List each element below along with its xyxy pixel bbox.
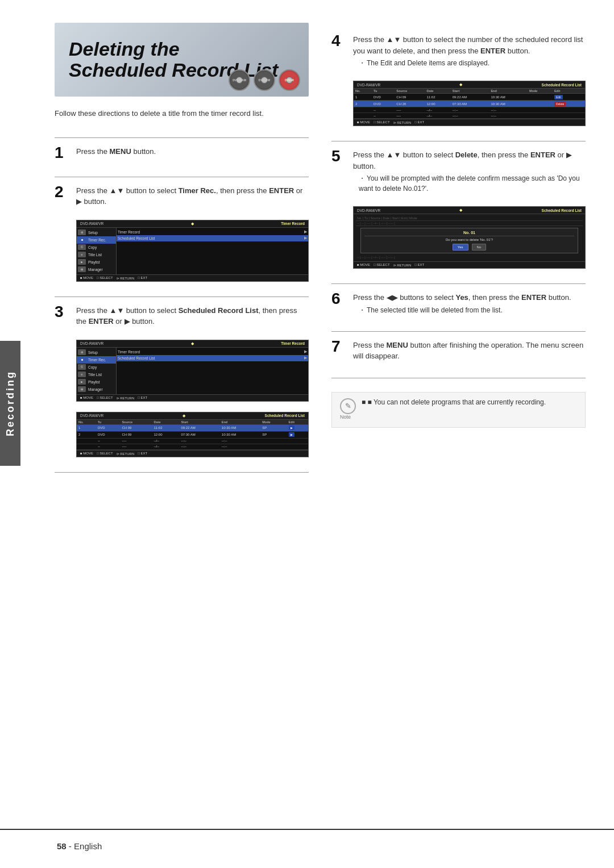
menu-row-timer-rec: ⏺ Timer Rec. bbox=[77, 236, 116, 244]
step-3-num: 3 bbox=[55, 304, 70, 320]
dialog-no-btn[interactable]: No bbox=[472, 244, 487, 251]
screen-body-3: ⚙ Setup ⏺ Timer Rec. © Copy ≡ bbox=[77, 348, 308, 394]
step-1-num: 1 bbox=[55, 145, 70, 161]
side-tab-label: Recording bbox=[5, 370, 16, 436]
copy-icon: © bbox=[78, 244, 86, 250]
screen-body-2: ⚙ Setup ⏺ Timer Rec. © Copy ≡ bbox=[77, 228, 308, 274]
step-5-bullet: You will be prompted with the delete con… bbox=[353, 173, 586, 194]
left-column: Deleting the Scheduled Record List DVD-R… bbox=[55, 23, 309, 795]
note-block: ✎ Note ■ ■ You can not delete programs t… bbox=[331, 392, 586, 428]
manager-icon: ⊞ bbox=[78, 266, 86, 272]
page-footer: 58 - English bbox=[0, 829, 614, 868]
playlist-icon: ► bbox=[78, 259, 86, 265]
srl-4-row-2: 2 DVD CH 26 12:00 07:30 AM 10:30 AM Dele… bbox=[354, 101, 585, 107]
srl-4-row-1: 1 DVD CH 09 11:02 09:22 AM 10:30 AM Edit bbox=[354, 94, 585, 101]
srl-table-4: No. Tu Source Date Start End Mode Edit 1 bbox=[354, 89, 585, 119]
sub-timer-record: Timer Record ▶ bbox=[117, 229, 308, 235]
menu-row-title-list: ≡ Title List bbox=[77, 251, 116, 258]
srl-4-row-3: -- ---- --/-- --:-- --:-- bbox=[354, 107, 585, 113]
screen-footer-2: ■ MOVE □ SELECT ⊳ RETURN □ EXT bbox=[77, 274, 308, 281]
menu-row-copy: © Copy bbox=[77, 244, 116, 251]
srl-row-2: 2 DVD CH 09 12:00 07:30 AM 10:30 AM SP ▶ bbox=[77, 431, 308, 438]
screen-header-3: DVD-RAM/VR ◆ Timer Record bbox=[77, 340, 308, 348]
title-block: Deleting the Scheduled Record List DVD-R… bbox=[55, 23, 309, 97]
disc-icons: DVD-RAM DVD-RW DVD-R bbox=[229, 69, 300, 91]
menu-right-3: Timer Record ▶ Scheduled Record List ▶ bbox=[117, 348, 308, 394]
step-5: 5 Press the ▲▼ button to select Delete, … bbox=[331, 149, 586, 194]
dialog-buttons: Yes No bbox=[364, 244, 574, 251]
divider-7 bbox=[331, 378, 586, 378]
screen-srl-4: DVD-RAM/VR ◆ Scheduled Record List No. T… bbox=[353, 81, 586, 126]
srl-4-row-4: -- ---- --/-- --:-- --:-- bbox=[354, 113, 585, 119]
step-4: 4 Press the ▲▼ button to select the numb… bbox=[331, 34, 586, 68]
menu-left-2: ⚙ Setup ⏺ Timer Rec. © Copy ≡ bbox=[77, 228, 117, 274]
step-6-num: 6 bbox=[331, 291, 347, 307]
srl-row-1: 1 DVD CH 09 11:02 09:22 AM 10:30 AM SP ▶ bbox=[77, 424, 308, 431]
timer-rec-icon: ⏺ bbox=[78, 237, 86, 243]
disc-icon-dvd-rw: DVD-RW bbox=[254, 69, 275, 91]
dialog-yes-btn[interactable]: Yes bbox=[453, 244, 468, 251]
step-7-num: 7 bbox=[331, 339, 347, 354]
title-list-icon: ≡ bbox=[78, 252, 86, 257]
step-6-text: Press the ◀▶ buttons to select Yes, then… bbox=[353, 293, 571, 302]
step-6-bullet: The selected title will be deleted from … bbox=[353, 305, 586, 315]
srl-header-row: No. Tu Source Date Start End Mode Edit bbox=[77, 420, 308, 425]
step-1-text: Press the MENU button. bbox=[76, 146, 309, 157]
note-text: ■ ■ You can not delete programs that are… bbox=[362, 398, 546, 406]
screen-timer-record-menu-3: DVD-RAM/VR ◆ Timer Record ⚙ Setup ⏺ Time… bbox=[76, 340, 309, 402]
step-2: 2 Press the ▲▼ button to select Timer Re… bbox=[55, 185, 309, 207]
divider-6 bbox=[331, 331, 586, 332]
screen-srl-3: DVD-RAM/VR ◆ Scheduled Record List No. T… bbox=[76, 412, 309, 457]
step-5-num: 5 bbox=[331, 148, 347, 164]
screen-confirm: DVD-RAM/VR ◆ Scheduled Record List No. |… bbox=[353, 206, 586, 269]
confirm-body: No. | Tu | Source | Date | Start | End |… bbox=[354, 214, 585, 261]
step-4-bullet: The Edit and Delete items are displayed. bbox=[353, 58, 586, 68]
step-2-num: 2 bbox=[55, 184, 70, 200]
step-6: 6 Press the ◀▶ buttons to select Yes, th… bbox=[331, 292, 586, 315]
page: Recording Deleting the Scheduled Record … bbox=[0, 0, 614, 868]
right-column: 4 Press the ▲▼ button to select the numb… bbox=[331, 23, 586, 795]
menu-row-playlist: ► Playlist bbox=[77, 258, 116, 266]
srl-table-3: No. Tu Source Date Start End Mode Edit 1 bbox=[77, 420, 308, 450]
step-2-text: Press the ▲▼ button to select Timer Rec.… bbox=[76, 185, 309, 207]
page-language: English bbox=[74, 841, 102, 851]
divider-4 bbox=[331, 141, 586, 141]
screen-header-2: DVD-RAM/VR ◆ Timer Record bbox=[77, 220, 308, 228]
screen-timer-record-menu-2: DVD-RAM/VR ◆ Timer Record ⚙ Setup ⏺ Time… bbox=[76, 220, 309, 282]
screen-title-2: Timer Record bbox=[281, 222, 305, 226]
step-3: 3 Press the ▲▼ button to select Schedule… bbox=[55, 305, 309, 327]
srl-row-4: -- ---- --/-- --:-- --:-- bbox=[77, 444, 308, 449]
note-label: Note bbox=[340, 414, 356, 420]
disc-icon-dvd-ram: DVD-RAM bbox=[229, 69, 250, 91]
step-7-text: Press the MENU button after finishing th… bbox=[353, 340, 586, 362]
page-number: 58 bbox=[57, 841, 67, 851]
dialog-message: Do you want to delete 'No. 01'? bbox=[364, 238, 574, 241]
main-content: Deleting the Scheduled Record List DVD-R… bbox=[20, 0, 614, 817]
setup-icon: ⚙ bbox=[78, 229, 86, 235]
intro-text: Follow these directions to delete a titl… bbox=[55, 108, 309, 119]
dialog-title: No. 01 bbox=[364, 231, 574, 236]
step-5-text: Press the ▲▼ button to select Delete, th… bbox=[353, 151, 572, 170]
disc-icon-dvd-r: DVD-R bbox=[279, 69, 300, 91]
screen-header-left-2: DVD-RAM/VR bbox=[80, 222, 103, 226]
side-tab: Recording bbox=[0, 341, 20, 466]
menu-row-manager: ⊞ Manager bbox=[77, 266, 116, 273]
divider-5 bbox=[331, 283, 586, 284]
step-1: 1 Press the MENU button. bbox=[55, 146, 309, 161]
sub-scheduled-record-list: Scheduled Record List ▶ bbox=[117, 235, 308, 241]
step-7: 7 Press the MENU button after finishing … bbox=[331, 340, 586, 362]
divider-3 bbox=[55, 297, 309, 297]
step-3-text: Press the ▲▼ button to select Scheduled … bbox=[76, 305, 309, 327]
menu-right-2: Timer Record ▶ Scheduled Record List ▶ bbox=[117, 228, 308, 274]
menu-left-3: ⚙ Setup ⏺ Timer Rec. © Copy ≡ bbox=[77, 348, 117, 394]
menu-row-setup: ⚙ Setup bbox=[77, 229, 116, 236]
note-icon: ✎ bbox=[340, 398, 356, 414]
srl-row-3: -- ---- --/-- --:-- --:-- bbox=[77, 438, 308, 444]
divider-2 bbox=[55, 177, 309, 177]
confirm-dialog: No. 01 Do you want to delete 'No. 01'? Y… bbox=[360, 228, 578, 253]
step-4-num: 4 bbox=[331, 33, 347, 49]
step-4-text: Press the ▲▼ button to select the number… bbox=[353, 35, 583, 55]
divider-1 bbox=[55, 137, 309, 138]
divider-end-left bbox=[55, 472, 309, 473]
